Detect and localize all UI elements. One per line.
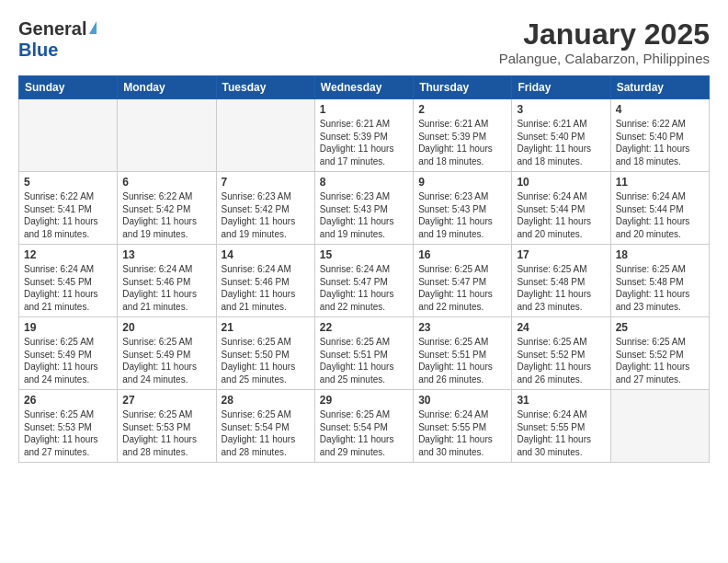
calendar-day-header: Monday xyxy=(118,76,216,99)
calendar-week-row: 12Sunrise: 6:24 AM Sunset: 5:45 PM Dayli… xyxy=(19,245,710,317)
calendar-day-cell: 7Sunrise: 6:23 AM Sunset: 5:42 PM Daylig… xyxy=(216,172,314,245)
logo: General Blue xyxy=(18,18,97,61)
day-info: Sunrise: 6:23 AM Sunset: 5:42 PM Dayligh… xyxy=(222,190,310,240)
calendar-day-cell xyxy=(610,390,709,463)
day-info: Sunrise: 6:22 AM Sunset: 5:40 PM Dayligh… xyxy=(616,118,704,167)
calendar-day-header: Thursday xyxy=(414,76,512,99)
calendar-day-cell: 24Sunrise: 6:25 AM Sunset: 5:52 PM Dayli… xyxy=(512,317,610,390)
day-number: 28 xyxy=(222,394,310,407)
logo-blue: Blue xyxy=(18,40,58,60)
day-info: Sunrise: 6:25 AM Sunset: 5:47 PM Dayligh… xyxy=(418,263,506,313)
day-info: Sunrise: 6:25 AM Sunset: 5:49 PM Dayligh… xyxy=(122,336,210,385)
day-number: 15 xyxy=(320,248,408,261)
day-number: 11 xyxy=(616,176,704,189)
calendar-day-cell: 26Sunrise: 6:25 AM Sunset: 5:53 PM Dayli… xyxy=(19,390,118,463)
calendar-week-row: 19Sunrise: 6:25 AM Sunset: 5:49 PM Dayli… xyxy=(19,317,710,390)
day-info: Sunrise: 6:25 AM Sunset: 5:48 PM Dayligh… xyxy=(616,263,704,313)
logo-icon xyxy=(89,21,97,34)
day-number: 3 xyxy=(517,103,605,116)
day-number: 6 xyxy=(122,176,210,189)
day-info: Sunrise: 6:24 AM Sunset: 5:46 PM Dayligh… xyxy=(222,263,310,313)
calendar-day-cell xyxy=(19,99,118,172)
day-number: 1 xyxy=(320,103,408,116)
day-number: 2 xyxy=(418,103,506,116)
day-number: 13 xyxy=(122,248,210,261)
calendar-week-row: 5Sunrise: 6:22 AM Sunset: 5:41 PM Daylig… xyxy=(19,172,710,245)
calendar-day-cell: 13Sunrise: 6:24 AM Sunset: 5:46 PM Dayli… xyxy=(118,245,216,317)
day-info: Sunrise: 6:24 AM Sunset: 5:55 PM Dayligh… xyxy=(418,408,506,458)
calendar-day-cell: 31Sunrise: 6:24 AM Sunset: 5:55 PM Dayli… xyxy=(512,390,610,463)
calendar-day-cell: 6Sunrise: 6:22 AM Sunset: 5:42 PM Daylig… xyxy=(118,172,216,245)
day-number: 14 xyxy=(222,248,310,261)
calendar-day-cell: 4Sunrise: 6:22 AM Sunset: 5:40 PM Daylig… xyxy=(610,99,709,172)
calendar-day-cell: 25Sunrise: 6:25 AM Sunset: 5:52 PM Dayli… xyxy=(610,317,709,390)
calendar-day-cell: 20Sunrise: 6:25 AM Sunset: 5:49 PM Dayli… xyxy=(118,317,216,390)
day-info: Sunrise: 6:25 AM Sunset: 5:51 PM Dayligh… xyxy=(418,336,506,385)
logo-general: General xyxy=(18,18,86,40)
calendar-day-cell: 14Sunrise: 6:24 AM Sunset: 5:46 PM Dayli… xyxy=(216,245,314,317)
day-info: Sunrise: 6:25 AM Sunset: 5:49 PM Dayligh… xyxy=(24,336,112,385)
day-info: Sunrise: 6:25 AM Sunset: 5:52 PM Dayligh… xyxy=(616,336,704,385)
day-info: Sunrise: 6:25 AM Sunset: 5:48 PM Dayligh… xyxy=(517,263,605,313)
calendar-subtitle: Palangue, Calabarzon, Philippines xyxy=(499,51,710,66)
calendar-day-cell: 15Sunrise: 6:24 AM Sunset: 5:47 PM Dayli… xyxy=(314,245,413,317)
day-info: Sunrise: 6:21 AM Sunset: 5:40 PM Dayligh… xyxy=(517,118,605,167)
page: General Blue January 2025 Palangue, Cala… xyxy=(0,0,728,472)
day-info: Sunrise: 6:21 AM Sunset: 5:39 PM Dayligh… xyxy=(418,118,506,167)
day-number: 31 xyxy=(517,394,605,407)
calendar-day-cell: 27Sunrise: 6:25 AM Sunset: 5:53 PM Dayli… xyxy=(118,390,216,463)
day-number: 30 xyxy=(418,394,506,407)
day-number: 8 xyxy=(320,176,408,189)
calendar-day-cell: 1Sunrise: 6:21 AM Sunset: 5:39 PM Daylig… xyxy=(314,99,413,172)
day-info: Sunrise: 6:24 AM Sunset: 5:44 PM Dayligh… xyxy=(517,190,605,240)
calendar-day-header: Wednesday xyxy=(314,76,413,99)
day-number: 25 xyxy=(616,321,704,334)
calendar-day-cell: 29Sunrise: 6:25 AM Sunset: 5:54 PM Dayli… xyxy=(314,390,413,463)
calendar-day-cell: 28Sunrise: 6:25 AM Sunset: 5:54 PM Dayli… xyxy=(216,390,314,463)
day-number: 12 xyxy=(24,248,112,261)
calendar-day-cell: 8Sunrise: 6:23 AM Sunset: 5:43 PM Daylig… xyxy=(314,172,413,245)
day-info: Sunrise: 6:24 AM Sunset: 5:47 PM Dayligh… xyxy=(320,263,408,313)
calendar-day-cell: 22Sunrise: 6:25 AM Sunset: 5:51 PM Dayli… xyxy=(314,317,413,390)
calendar-day-cell: 19Sunrise: 6:25 AM Sunset: 5:49 PM Dayli… xyxy=(19,317,118,390)
calendar-day-cell: 12Sunrise: 6:24 AM Sunset: 5:45 PM Dayli… xyxy=(19,245,118,317)
day-number: 26 xyxy=(24,394,112,407)
calendar-day-cell: 3Sunrise: 6:21 AM Sunset: 5:40 PM Daylig… xyxy=(512,99,610,172)
day-number: 4 xyxy=(616,103,704,116)
title-block: January 2025 Palangue, Calabarzon, Phili… xyxy=(499,18,710,66)
calendar-day-cell: 11Sunrise: 6:24 AM Sunset: 5:44 PM Dayli… xyxy=(610,172,709,245)
calendar-day-cell: 16Sunrise: 6:25 AM Sunset: 5:47 PM Dayli… xyxy=(414,245,512,317)
day-info: Sunrise: 6:24 AM Sunset: 5:55 PM Dayligh… xyxy=(517,408,605,458)
calendar-day-cell: 5Sunrise: 6:22 AM Sunset: 5:41 PM Daylig… xyxy=(19,172,118,245)
day-info: Sunrise: 6:24 AM Sunset: 5:46 PM Dayligh… xyxy=(122,263,210,313)
day-info: Sunrise: 6:23 AM Sunset: 5:43 PM Dayligh… xyxy=(418,190,506,240)
day-number: 21 xyxy=(222,321,310,334)
calendar-day-header: Sunday xyxy=(19,76,118,99)
day-info: Sunrise: 6:25 AM Sunset: 5:50 PM Dayligh… xyxy=(222,336,310,385)
calendar-day-header: Tuesday xyxy=(216,76,314,99)
day-number: 10 xyxy=(517,176,605,189)
day-number: 7 xyxy=(222,176,310,189)
calendar-day-cell: 18Sunrise: 6:25 AM Sunset: 5:48 PM Dayli… xyxy=(610,245,709,317)
day-info: Sunrise: 6:25 AM Sunset: 5:54 PM Dayligh… xyxy=(320,408,408,458)
day-info: Sunrise: 6:22 AM Sunset: 5:42 PM Dayligh… xyxy=(122,190,210,240)
calendar-week-row: 1Sunrise: 6:21 AM Sunset: 5:39 PM Daylig… xyxy=(19,99,710,172)
calendar-header-row: SundayMondayTuesdayWednesdayThursdayFrid… xyxy=(19,76,710,99)
day-info: Sunrise: 6:25 AM Sunset: 5:53 PM Dayligh… xyxy=(24,408,112,458)
day-info: Sunrise: 6:24 AM Sunset: 5:45 PM Dayligh… xyxy=(24,263,112,313)
day-number: 17 xyxy=(517,248,605,261)
day-number: 24 xyxy=(517,321,605,334)
header: General Blue January 2025 Palangue, Cala… xyxy=(18,18,710,66)
calendar-day-cell: 23Sunrise: 6:25 AM Sunset: 5:51 PM Dayli… xyxy=(414,317,512,390)
day-info: Sunrise: 6:25 AM Sunset: 5:53 PM Dayligh… xyxy=(122,408,210,458)
day-number: 18 xyxy=(616,248,704,261)
calendar-day-cell xyxy=(118,99,216,172)
calendar-day-cell xyxy=(216,99,314,172)
day-info: Sunrise: 6:22 AM Sunset: 5:41 PM Dayligh… xyxy=(24,190,112,240)
calendar-table: SundayMondayTuesdayWednesdayThursdayFrid… xyxy=(18,75,710,463)
day-number: 20 xyxy=(122,321,210,334)
day-info: Sunrise: 6:23 AM Sunset: 5:43 PM Dayligh… xyxy=(320,190,408,240)
calendar-day-cell: 9Sunrise: 6:23 AM Sunset: 5:43 PM Daylig… xyxy=(414,172,512,245)
day-info: Sunrise: 6:25 AM Sunset: 5:54 PM Dayligh… xyxy=(222,408,310,458)
day-info: Sunrise: 6:21 AM Sunset: 5:39 PM Dayligh… xyxy=(320,118,408,167)
